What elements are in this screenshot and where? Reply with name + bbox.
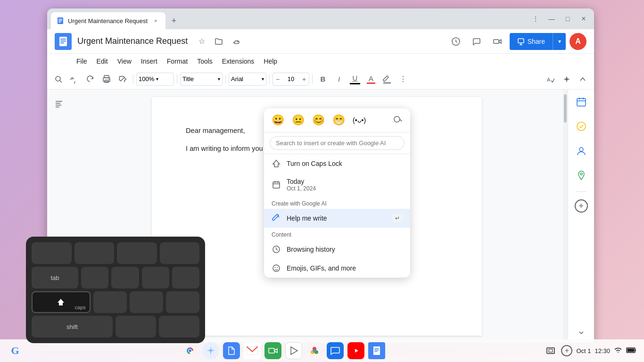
kb-key-empty-1[interactable] [32, 242, 72, 264]
menu-edit[interactable]: Edit [92, 56, 113, 67]
new-tab-button[interactable]: + [167, 14, 181, 27]
screen-capture-button[interactable] [544, 344, 557, 357]
kb-key-r2-2[interactable] [111, 267, 139, 288]
header-icons: ☆ [195, 35, 242, 48]
menu-view[interactable]: View [113, 56, 136, 67]
today-item[interactable]: Today Oct 1, 2024 [264, 173, 410, 197]
kb-key-r3-1[interactable] [93, 291, 127, 313]
search-toolbar-button[interactable] [51, 72, 66, 87]
kb-key-empty-3[interactable] [117, 242, 157, 264]
highlight-button[interactable] [380, 72, 395, 87]
bold-button[interactable]: B [315, 72, 330, 87]
emoji-happy[interactable]: 😊 [310, 112, 327, 128]
kb-key-empty-2[interactable] [74, 242, 115, 264]
kb-caps-key[interactable]: caps [32, 291, 91, 313]
menu-extensions[interactable]: Extensions [217, 56, 259, 67]
taskbar-google-button[interactable]: G [8, 343, 23, 358]
taskbar-meet-icon[interactable] [264, 342, 281, 359]
svg-rect-55 [374, 348, 379, 349]
taskbar-play-icon[interactable] [285, 342, 302, 359]
app-header: Urgent Maintenance Request ☆ [47, 29, 594, 54]
wifi-icon [614, 346, 622, 356]
emoji-smiley[interactable]: 😀 [270, 112, 286, 128]
taskbar-time: 12:30 [594, 347, 610, 354]
kb-key-r4-2[interactable] [159, 316, 199, 337]
kb-tab-key[interactable]: tab [32, 267, 78, 288]
font-color-button[interactable]: A [363, 72, 379, 87]
share-button[interactable]: Share [510, 33, 553, 50]
taskbar-messages-icon[interactable] [327, 342, 344, 359]
minimize-button[interactable]: — [545, 12, 558, 25]
menu-insert[interactable]: Insert [136, 56, 162, 67]
taskbar-docs-icon[interactable] [368, 342, 385, 359]
taskbar-files-icon[interactable] [223, 342, 240, 359]
scrollbar[interactable] [563, 90, 568, 343]
kb-key-r2-3[interactable] [142, 267, 169, 288]
help-me-write-item[interactable]: Help me write ↵ [264, 209, 410, 228]
active-tab[interactable]: Urgent Maintenance Request × [51, 12, 165, 29]
taskbar-assistant-icon[interactable] [202, 342, 219, 359]
more-formatting-button[interactable]: ⋮ [396, 72, 411, 87]
menu-file[interactable]: File [72, 56, 92, 67]
sidebar-expand-button[interactable] [575, 326, 588, 339]
menu-format[interactable]: Format [162, 56, 192, 67]
taskbar-youtube-icon[interactable] [347, 342, 364, 359]
taskbar-photos-icon[interactable] [306, 342, 323, 359]
style-select[interactable]: Title ▾ [180, 73, 223, 86]
undo-button[interactable] [67, 72, 82, 87]
redo-button[interactable] [83, 72, 98, 87]
add-sidebar-item-button[interactable]: + [575, 199, 588, 213]
star-button[interactable]: ☆ [195, 35, 208, 48]
move-to-folder-button[interactable] [212, 35, 225, 48]
kb-key-r2-1[interactable] [81, 267, 108, 288]
font-size-increase-button[interactable]: + [299, 73, 309, 86]
menu-tools[interactable]: Tools [192, 56, 217, 67]
maps-sidebar-button[interactable] [573, 167, 590, 184]
emoji-kaomoji[interactable]: (•ᴗ•) [351, 115, 368, 126]
kb-shift-key[interactable]: shift [32, 316, 113, 337]
menu-help[interactable]: Help [259, 56, 282, 67]
paint-format-button[interactable] [115, 72, 130, 87]
contacts-sidebar-button[interactable] [573, 142, 590, 159]
emojis-gifs-icon [272, 263, 281, 273]
emojis-gifs-item[interactable]: Emojis, GIFs, and more [264, 259, 410, 278]
comments-button[interactable] [468, 33, 485, 50]
outline-button[interactable] [52, 97, 66, 110]
more-options-button[interactable]: ⋮ [529, 12, 542, 25]
gemini-button[interactable] [559, 72, 574, 87]
italic-button[interactable]: I [331, 72, 347, 87]
zoom-select[interactable]: 100% ▾ [136, 73, 174, 86]
avatar[interactable]: A [570, 33, 586, 50]
kb-key-r3-3[interactable] [166, 291, 199, 313]
spell-check-button[interactable]: A [543, 72, 558, 87]
browsing-history-item[interactable]: Browsing history [264, 240, 410, 259]
emoji-search-icon[interactable] [391, 114, 405, 127]
emoji-grin[interactable]: 😁 [330, 112, 347, 128]
history-button[interactable] [447, 33, 464, 50]
kb-key-r3-2[interactable] [130, 291, 163, 313]
video-call-button[interactable] [489, 33, 506, 50]
kb-key-r2-4[interactable] [172, 267, 199, 288]
kb-key-r4-1[interactable] [116, 316, 156, 337]
emoji-neutral[interactable]: 😐 [290, 112, 306, 128]
caps-lock-item[interactable]: Turn on Caps Lock [264, 154, 410, 173]
kb-key-empty-4[interactable] [160, 242, 200, 264]
share-dropdown-button[interactable]: ▾ [553, 33, 566, 50]
maximize-button[interactable]: □ [561, 12, 574, 25]
underline-button[interactable]: U [347, 72, 363, 87]
font-size-input[interactable] [282, 75, 299, 82]
emoji-search-input[interactable] [270, 136, 405, 150]
cloud-status-button[interactable] [229, 35, 242, 48]
font-size-decrease-button[interactable]: − [273, 73, 282, 86]
browsing-history-label: Browsing history [287, 246, 335, 253]
calendar-sidebar-button[interactable] [573, 93, 590, 110]
collapse-toolbar-button[interactable] [575, 72, 590, 87]
taskbar-chrome-icon[interactable] [182, 342, 198, 359]
print-button[interactable] [99, 72, 114, 87]
font-select[interactable]: Arial ▾ [229, 73, 266, 86]
close-button[interactable]: × [577, 12, 590, 25]
tab-close-button[interactable]: × [151, 16, 160, 25]
add-button[interactable]: + [561, 345, 572, 356]
taskbar-gmail-icon[interactable] [244, 342, 261, 359]
tasks-sidebar-button[interactable] [573, 118, 590, 135]
